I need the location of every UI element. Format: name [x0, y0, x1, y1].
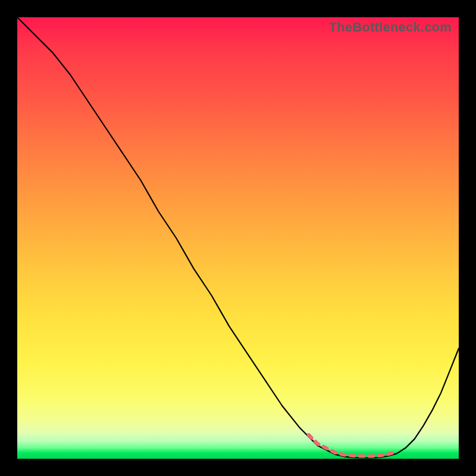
- bottleneck-curve: [17, 17, 459, 458]
- curve-svg: [17, 17, 459, 459]
- optimal-range-marker: [309, 435, 397, 456]
- plot-area: TheBottleneck.com: [17, 17, 459, 459]
- chart-container: TheBottleneck.com: [0, 0, 476, 476]
